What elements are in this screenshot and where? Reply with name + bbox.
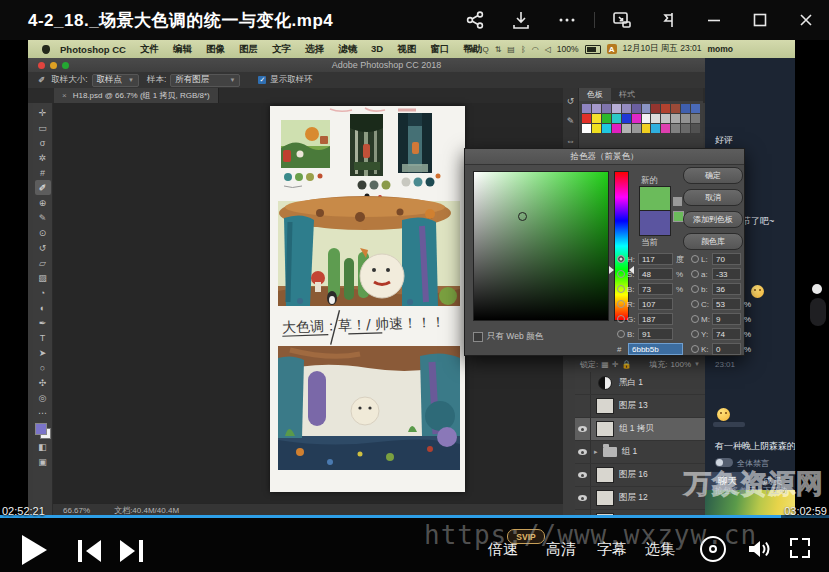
field-radio[interactable] bbox=[691, 270, 699, 278]
artwork-canvas[interactable]: 大色调：草！/ 帅速！！！ bbox=[270, 106, 465, 492]
floating-widget-icon[interactable] bbox=[812, 284, 822, 294]
zoom-tool[interactable]: ◎ bbox=[35, 390, 51, 405]
layer-thumbnail[interactable] bbox=[596, 421, 614, 437]
color-swatch[interactable] bbox=[642, 124, 651, 133]
tab-close-icon[interactable]: × bbox=[62, 91, 67, 100]
screen-record-icon[interactable] bbox=[700, 536, 726, 562]
volume-icon[interactable] bbox=[746, 538, 772, 564]
color-swatch[interactable] bbox=[612, 104, 621, 113]
color-swatch[interactable] bbox=[592, 104, 601, 113]
tab-styles[interactable]: 样式 bbox=[611, 88, 643, 101]
previous-button[interactable] bbox=[78, 540, 104, 562]
menu-datetime[interactable]: 12月10日 周五 23:01 bbox=[623, 43, 702, 55]
color-swatch[interactable] bbox=[691, 104, 700, 113]
color-swatch[interactable] bbox=[632, 124, 641, 133]
layer-visibility-toggle[interactable] bbox=[575, 418, 591, 440]
floating-widget[interactable] bbox=[810, 298, 826, 326]
fullscreen-icon[interactable] bbox=[790, 538, 810, 558]
menu-item-文字[interactable]: 文字 bbox=[272, 43, 291, 56]
mini-player-icon[interactable] bbox=[599, 0, 645, 40]
gamut-warning-icon[interactable] bbox=[673, 197, 682, 206]
color-swatch[interactable] bbox=[691, 124, 700, 133]
color-swatch[interactable] bbox=[632, 104, 641, 113]
menu-item-3D[interactable]: 3D bbox=[371, 43, 383, 56]
pen-tool[interactable]: ✒ bbox=[35, 315, 51, 330]
healing-tool[interactable]: ⊕ bbox=[35, 195, 51, 210]
color-swatch[interactable] bbox=[642, 114, 651, 123]
layer-thumbnail[interactable] bbox=[596, 490, 614, 506]
eyedropper-tool[interactable]: ✐ bbox=[35, 180, 51, 195]
color-swatch[interactable] bbox=[681, 114, 690, 123]
color-swatch[interactable] bbox=[642, 104, 651, 113]
color-swatch[interactable] bbox=[582, 114, 591, 123]
field-radio[interactable] bbox=[691, 345, 699, 353]
minimize-button[interactable] bbox=[691, 0, 737, 40]
history-brush-tool[interactable]: ↺ bbox=[35, 240, 51, 255]
document-tab[interactable]: × H18.psd @ 66.7% (组 1 拷贝, RGB/8*) bbox=[54, 88, 219, 103]
color-swatch[interactable] bbox=[681, 124, 690, 133]
field-radio[interactable] bbox=[691, 285, 699, 293]
color-picker-title[interactable]: 拾色器（前景色） bbox=[465, 149, 744, 165]
sample-dropdown[interactable]: 所有图层▼ bbox=[170, 74, 240, 87]
menu-app-name[interactable]: Photoshop CC bbox=[60, 44, 126, 55]
color-swatch[interactable] bbox=[612, 124, 621, 133]
tab-swatches[interactable]: 色板 bbox=[579, 88, 611, 101]
shape-tool[interactable]: ○ bbox=[35, 360, 51, 375]
layer-row[interactable]: 组 1 拷贝 bbox=[575, 418, 705, 441]
collapse-panels-icon[interactable]: ⇔ bbox=[566, 136, 575, 146]
color-swatch[interactable] bbox=[671, 124, 680, 133]
crop-tool[interactable]: # bbox=[35, 165, 51, 180]
color-swatch[interactable] bbox=[582, 124, 591, 133]
clone-stamp-tool[interactable]: ⊙ bbox=[35, 225, 51, 240]
color-swatch[interactable] bbox=[602, 104, 611, 113]
gradient-tool[interactable]: ▨ bbox=[35, 270, 51, 285]
blur-tool[interactable]: ◔ bbox=[35, 285, 51, 300]
menu-item-视图[interactable]: 视图 bbox=[397, 43, 416, 56]
color-swatch[interactable] bbox=[691, 114, 700, 123]
color-swatch[interactable] bbox=[592, 114, 601, 123]
layer-visibility-toggle[interactable] bbox=[575, 441, 591, 463]
quick-mask-button[interactable]: ◧ bbox=[35, 439, 51, 454]
next-button[interactable] bbox=[120, 540, 146, 562]
field-radio[interactable] bbox=[617, 315, 625, 323]
maximize-button[interactable] bbox=[737, 0, 783, 40]
saturation-brightness-field[interactable] bbox=[473, 171, 609, 321]
menu-user[interactable]: momo bbox=[708, 44, 734, 54]
menu-item-滤镜[interactable]: 滤镜 bbox=[338, 43, 357, 56]
subtitle-button[interactable]: 字幕 bbox=[597, 540, 627, 559]
color-swatch[interactable] bbox=[651, 104, 660, 113]
menu-item-图像[interactable]: 图像 bbox=[206, 43, 225, 56]
field-input[interactable]: 91 bbox=[638, 328, 673, 340]
quick-select-tool[interactable]: ✲ bbox=[35, 150, 51, 165]
color-swatch[interactable] bbox=[661, 114, 670, 123]
type-tool[interactable]: T bbox=[35, 330, 51, 345]
mute-all-toggle[interactable] bbox=[715, 458, 733, 467]
lasso-tool[interactable]: σ bbox=[35, 135, 51, 150]
menu-item-文件[interactable]: 文件 bbox=[140, 43, 159, 56]
brush-tool[interactable]: ✎ bbox=[35, 210, 51, 225]
sample-size-dropdown[interactable]: 取样点▼ bbox=[92, 74, 139, 87]
path-select-tool[interactable]: ➤ bbox=[35, 345, 51, 360]
layer-row[interactable]: 黑白 1 bbox=[575, 372, 705, 395]
field-radio[interactable] bbox=[617, 285, 625, 293]
color-swatch[interactable] bbox=[681, 104, 690, 113]
close-button[interactable] bbox=[783, 0, 829, 40]
more-tools[interactable]: ⋯ bbox=[35, 405, 51, 420]
menu-item-窗口[interactable]: 窗口 bbox=[430, 43, 449, 56]
color-swatch[interactable] bbox=[651, 124, 660, 133]
layer-thumbnail[interactable] bbox=[596, 467, 614, 483]
layer-visibility-toggle[interactable] bbox=[575, 372, 591, 394]
layer-thumbnail[interactable] bbox=[598, 376, 612, 390]
brush-panel-icon[interactable]: ✎ bbox=[567, 116, 575, 126]
field-input[interactable]: 36 bbox=[712, 283, 741, 295]
tool-preset-icon[interactable]: ✐ bbox=[38, 75, 45, 85]
field-radio[interactable] bbox=[691, 300, 699, 308]
hue-marker-left[interactable] bbox=[609, 266, 614, 274]
field-input[interactable]: 187 bbox=[638, 313, 673, 325]
marquee-tool[interactable]: ▭ bbox=[35, 120, 51, 135]
layer-visibility-toggle[interactable] bbox=[575, 395, 591, 417]
field-radio[interactable] bbox=[617, 255, 625, 263]
more-icon[interactable] bbox=[544, 0, 590, 40]
color-swatch[interactable] bbox=[622, 124, 631, 133]
field-input[interactable]: 73 bbox=[638, 283, 673, 295]
